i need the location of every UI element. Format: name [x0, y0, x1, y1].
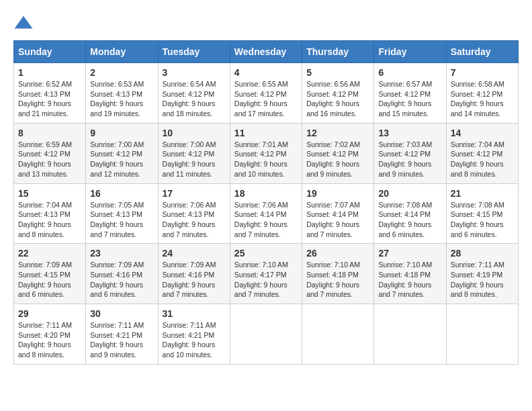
day-number: 2: [90, 67, 153, 78]
day-content: Sunrise: 7:09 AMSunset: 4:16 PMDaylight:…: [90, 260, 153, 300]
calendar-cell: 18Sunrise: 7:06 AMSunset: 4:14 PMDayligh…: [230, 183, 302, 244]
day-number: 25: [234, 248, 298, 259]
weekday-header: Friday: [374, 41, 446, 63]
day-content: Sunrise: 7:00 AMSunset: 4:12 PMDaylight:…: [163, 140, 226, 179]
calendar-cell: 13Sunrise: 7:03 AMSunset: 4:12 PMDayligh…: [374, 123, 446, 183]
calendar-cell: 11Sunrise: 7:01 AMSunset: 4:12 PMDayligh…: [230, 123, 302, 183]
day-content: Sunrise: 7:05 AMSunset: 4:13 PMDaylight:…: [90, 200, 153, 240]
calendar-week-row: 29Sunrise: 7:11 AMSunset: 4:20 PMDayligh…: [14, 304, 519, 365]
calendar-cell: 12Sunrise: 7:02 AMSunset: 4:12 PMDayligh…: [302, 123, 374, 183]
calendar-cell: 16Sunrise: 7:05 AMSunset: 4:13 PMDayligh…: [86, 183, 158, 244]
calendar-cell: 6Sunrise: 6:57 AMSunset: 4:12 PMDaylight…: [374, 63, 446, 124]
day-number: 17: [163, 188, 226, 199]
calendar-cell: 7Sunrise: 6:58 AMSunset: 4:12 PMDaylight…: [446, 63, 518, 124]
calendar-week-row: 22Sunrise: 7:09 AMSunset: 4:15 PMDayligh…: [14, 244, 519, 304]
day-content: Sunrise: 7:02 AMSunset: 4:12 PMDaylight:…: [306, 140, 369, 179]
day-number: 11: [234, 128, 298, 138]
day-number: 5: [306, 67, 369, 78]
calendar-cell: 22Sunrise: 7:09 AMSunset: 4:15 PMDayligh…: [14, 244, 86, 304]
weekday-row: SundayMondayTuesdayWednesdayThursdayFrid…: [14, 41, 519, 63]
day-number: 20: [378, 188, 441, 199]
day-number: 10: [163, 128, 226, 138]
day-number: 9: [90, 128, 153, 138]
day-number: 16: [90, 188, 153, 199]
day-content: Sunrise: 7:06 AMSunset: 4:14 PMDaylight:…: [234, 200, 298, 240]
calendar-week-row: 15Sunrise: 7:04 AMSunset: 4:13 PMDayligh…: [14, 183, 519, 244]
calendar-cell: 26Sunrise: 7:10 AMSunset: 4:18 PMDayligh…: [302, 244, 374, 304]
day-number: 13: [378, 128, 441, 138]
day-content: Sunrise: 6:56 AMSunset: 4:12 PMDaylight:…: [306, 79, 369, 119]
day-content: Sunrise: 7:11 AMSunset: 4:21 PMDaylight:…: [90, 320, 153, 360]
day-content: Sunrise: 7:08 AMSunset: 4:15 PMDaylight:…: [451, 200, 514, 240]
calendar-cell: 19Sunrise: 7:07 AMSunset: 4:14 PMDayligh…: [302, 183, 374, 244]
weekday-header: Thursday: [302, 41, 374, 63]
weekday-header: Wednesday: [230, 41, 302, 63]
day-content: Sunrise: 7:06 AMSunset: 4:13 PMDaylight:…: [163, 200, 226, 240]
day-number: 18: [234, 188, 298, 199]
calendar-cell: 8Sunrise: 6:59 AMSunset: 4:12 PMDaylight…: [14, 123, 86, 183]
calendar: SundayMondayTuesdayWednesdayThursdayFrid…: [13, 40, 519, 365]
calendar-cell: [374, 304, 446, 365]
calendar-cell: 31Sunrise: 7:11 AMSunset: 4:21 PMDayligh…: [158, 304, 230, 365]
day-number: 22: [18, 248, 81, 259]
weekday-header: Saturday: [446, 41, 518, 63]
day-content: Sunrise: 7:04 AMSunset: 4:13 PMDaylight:…: [18, 200, 81, 240]
calendar-cell: 29Sunrise: 7:11 AMSunset: 4:20 PMDayligh…: [14, 304, 86, 365]
day-number: 8: [18, 128, 81, 138]
day-content: Sunrise: 6:57 AMSunset: 4:12 PMDaylight:…: [378, 79, 441, 119]
day-content: Sunrise: 7:03 AMSunset: 4:12 PMDaylight:…: [378, 140, 441, 179]
calendar-cell: 15Sunrise: 7:04 AMSunset: 4:13 PMDayligh…: [14, 183, 86, 244]
day-content: Sunrise: 6:52 AMSunset: 4:13 PMDaylight:…: [18, 79, 81, 119]
day-number: 15: [18, 188, 81, 199]
calendar-cell: 14Sunrise: 7:04 AMSunset: 4:12 PMDayligh…: [446, 123, 518, 183]
day-number: 7: [451, 67, 514, 78]
calendar-header: SundayMondayTuesdayWednesdayThursdayFrid…: [14, 41, 519, 63]
calendar-cell: 3Sunrise: 6:54 AMSunset: 4:12 PMDaylight…: [158, 63, 230, 124]
weekday-header: Tuesday: [158, 41, 230, 63]
calendar-cell: 24Sunrise: 7:09 AMSunset: 4:16 PMDayligh…: [158, 244, 230, 304]
day-number: 29: [18, 308, 81, 319]
day-content: Sunrise: 6:55 AMSunset: 4:12 PMDaylight:…: [234, 79, 298, 119]
day-number: 31: [163, 308, 226, 319]
day-number: 14: [451, 128, 514, 138]
day-content: Sunrise: 7:00 AMSunset: 4:12 PMDaylight:…: [90, 140, 153, 179]
day-number: 27: [378, 248, 441, 259]
day-content: Sunrise: 7:07 AMSunset: 4:14 PMDaylight:…: [306, 200, 369, 240]
day-number: 26: [306, 248, 369, 259]
calendar-cell: 30Sunrise: 7:11 AMSunset: 4:21 PMDayligh…: [86, 304, 158, 365]
day-number: 19: [306, 188, 369, 199]
day-content: Sunrise: 7:10 AMSunset: 4:18 PMDaylight:…: [306, 260, 369, 300]
day-content: Sunrise: 7:11 AMSunset: 4:19 PMDaylight:…: [451, 260, 514, 300]
calendar-cell: 9Sunrise: 7:00 AMSunset: 4:12 PMDaylight…: [86, 123, 158, 183]
calendar-cell: 23Sunrise: 7:09 AMSunset: 4:16 PMDayligh…: [86, 244, 158, 304]
day-number: 3: [163, 67, 226, 78]
day-content: Sunrise: 6:54 AMSunset: 4:12 PMDaylight:…: [163, 79, 226, 119]
calendar-cell: 5Sunrise: 6:56 AMSunset: 4:12 PMDaylight…: [302, 63, 374, 124]
day-content: Sunrise: 7:10 AMSunset: 4:18 PMDaylight:…: [378, 260, 441, 300]
day-number: 21: [451, 188, 514, 199]
logo-icon: [13, 13, 34, 34]
calendar-cell: 21Sunrise: 7:08 AMSunset: 4:15 PMDayligh…: [446, 183, 518, 244]
day-number: 30: [90, 308, 153, 319]
calendar-cell: 17Sunrise: 7:06 AMSunset: 4:13 PMDayligh…: [158, 183, 230, 244]
day-content: Sunrise: 7:01 AMSunset: 4:12 PMDaylight:…: [234, 140, 298, 179]
day-number: 1: [18, 67, 81, 78]
calendar-cell: [302, 304, 374, 365]
calendar-cell: 27Sunrise: 7:10 AMSunset: 4:18 PMDayligh…: [374, 244, 446, 304]
day-content: Sunrise: 7:04 AMSunset: 4:12 PMDaylight:…: [451, 140, 514, 179]
weekday-header: Monday: [86, 41, 158, 63]
day-content: Sunrise: 7:09 AMSunset: 4:15 PMDaylight:…: [18, 260, 81, 300]
day-number: 24: [163, 248, 226, 259]
day-content: Sunrise: 7:08 AMSunset: 4:14 PMDaylight:…: [378, 200, 441, 240]
day-content: Sunrise: 7:09 AMSunset: 4:16 PMDaylight:…: [163, 260, 226, 300]
calendar-body: 1Sunrise: 6:52 AMSunset: 4:13 PMDaylight…: [14, 63, 519, 365]
calendar-cell: 1Sunrise: 6:52 AMSunset: 4:13 PMDaylight…: [14, 63, 86, 124]
svg-marker-0: [15, 16, 33, 29]
day-number: 23: [90, 248, 153, 259]
calendar-cell: 4Sunrise: 6:55 AMSunset: 4:12 PMDaylight…: [230, 63, 302, 124]
day-content: Sunrise: 6:59 AMSunset: 4:12 PMDaylight:…: [18, 140, 81, 179]
calendar-week-row: 1Sunrise: 6:52 AMSunset: 4:13 PMDaylight…: [14, 63, 519, 124]
day-content: Sunrise: 7:11 AMSunset: 4:20 PMDaylight:…: [18, 320, 81, 360]
calendar-cell: [230, 304, 302, 365]
weekday-header: Sunday: [14, 41, 86, 63]
